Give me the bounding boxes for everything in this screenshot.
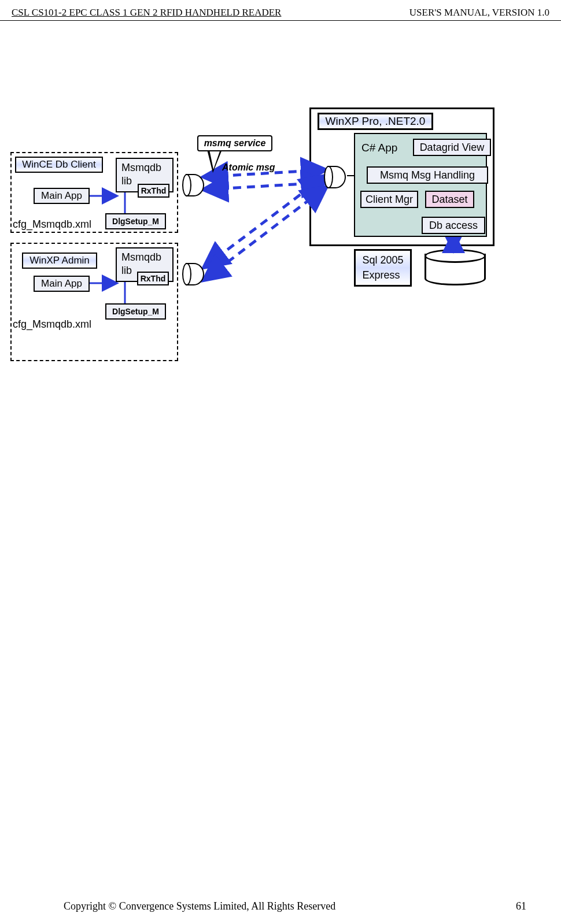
- datagrid-view: Datagrid View: [413, 139, 491, 156]
- wince-cfg-xml: cfg_Msmqdb.xml: [13, 218, 91, 231]
- page-footer: Copyright © Convergence Systems Limited,…: [0, 900, 561, 912]
- queue-icon: [182, 263, 205, 283]
- svg-line-3: [205, 188, 325, 279]
- atomic-msg-label: Atomic msg: [222, 162, 275, 173]
- page-number: 61: [516, 900, 526, 912]
- architecture-diagram: WinXP Pro, .NET2.0 C# App Datagrid View …: [0, 96, 561, 443]
- winxp-rxthd: RxThd: [137, 272, 169, 285]
- server-title: WinXP Pro, .NET2.0: [318, 113, 433, 130]
- header-right: USER'S MANUAL, VERSION 1.0: [409, 7, 549, 18]
- callout-tail: [207, 150, 222, 173]
- winxp-main-app: Main App: [34, 276, 90, 292]
- queue-icon: [182, 174, 205, 194]
- winxp-dlgsetup: DlgSetup_M: [105, 303, 166, 320]
- wince-client-title: WinCE Db Client: [15, 157, 103, 173]
- db-access: Db access: [422, 217, 485, 234]
- wince-dlgsetup: DlgSetup_M: [105, 213, 166, 229]
- queue-icon: [324, 166, 347, 186]
- msmq-msg-handling: Msmq Msg Handling: [367, 166, 488, 184]
- header-left: CSL CS101-2 EPC CLASS 1 GEN 2 RFID HANDH…: [12, 7, 281, 18]
- winxp-cfg-xml: cfg_Msmqdb.xml: [13, 318, 91, 331]
- page-header: CSL CS101-2 EPC CLASS 1 GEN 2 RFID HANDH…: [0, 0, 561, 21]
- winxp-admin-title: WinXP Admin: [22, 253, 97, 269]
- dataset-box: Dataset: [425, 191, 474, 208]
- client-mgr: Client Mgr: [360, 191, 418, 208]
- svg-line-2: [205, 177, 324, 266]
- msmq-service-callout: msmq service: [197, 135, 272, 151]
- csharp-app-label: C# App: [361, 142, 397, 154]
- copyright-text: Copyright © Convergence Systems Limited,…: [64, 900, 335, 912]
- wince-rxthd: RxThd: [138, 184, 169, 198]
- wince-main-app: Main App: [34, 188, 90, 204]
